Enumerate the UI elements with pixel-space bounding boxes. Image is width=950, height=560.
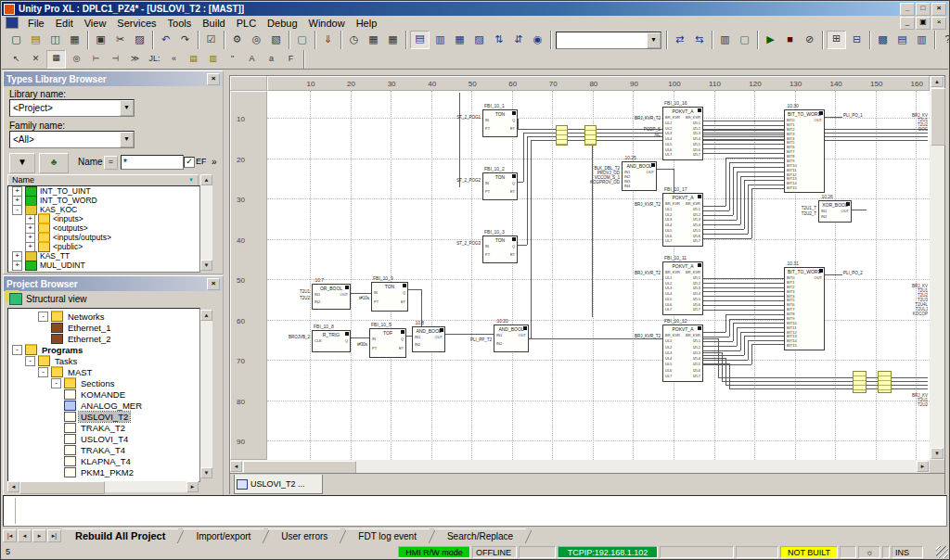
stop-icon[interactable]: ■ [781, 32, 799, 48]
simulation-mode-icon[interactable]: ⊞ [827, 31, 846, 49]
child-restore-icon[interactable]: ▣ [916, 17, 931, 30]
search-icon[interactable]: ◎ [248, 32, 265, 48]
scroll-up-icon[interactable]: ▲ [200, 174, 212, 185]
tree-item-kastt[interactable]: +KAS_TT [8, 251, 199, 261]
more-button[interactable]: » [212, 157, 217, 167]
tree-item-uslovit4[interactable]: USLOVI_T4 [8, 433, 199, 444]
tab-nav-icon[interactable]: ▸| [47, 529, 61, 542]
scroll-left-icon[interactable]: ◄ [230, 461, 242, 472]
types-library-header[interactable]: Types Library Browser × [4, 71, 223, 86]
tree-item-kaskoc[interactable]: -KAS_KOC [8, 205, 199, 214]
scroll-down-icon[interactable]: ▼ [200, 260, 212, 271]
title-bar[interactable]: Unity Pro XL : DPLC1_PZ4* - [USLOVI_T2 :… [2, 2, 948, 16]
tree-item-inputsoutputs[interactable]: +<inputs/outputs> [8, 233, 199, 242]
project-zoom-icon[interactable]: ▧ [267, 32, 285, 48]
menu-plc[interactable]: PLC [231, 17, 262, 30]
project-scrollbar-vertical[interactable] [200, 321, 212, 467]
tree-item-komande[interactable]: KOMANDE [8, 388, 199, 400]
init-icon[interactable]: ⊘ [801, 32, 818, 48]
address-combo[interactable]: ▼ [556, 32, 661, 49]
fbd-block-and_bool[interactable]: AND_BOOLIN1IN2OUT [494, 325, 529, 352]
tree-item-klapnat4[interactable]: KLAPNA_T4 [8, 455, 199, 466]
save-icon[interactable]: ◫ [46, 32, 64, 48]
comment-tool-icon[interactable]: " [224, 51, 241, 68]
paste-icon[interactable]: ▨ [131, 32, 148, 48]
download-project-icon[interactable]: ⇓ [319, 32, 337, 48]
collapse-icon[interactable]: - [38, 312, 48, 322]
resize-grip[interactable] [936, 546, 948, 558]
download-info-icon[interactable]: ⇵ [509, 32, 527, 48]
tree-item-programs[interactable]: -Programs [8, 344, 199, 355]
menu-tools[interactable]: Tools [162, 17, 198, 30]
new-icon[interactable]: ▢ [7, 32, 25, 48]
close-icon[interactable]: × [931, 3, 946, 16]
child-close-icon[interactable]: × [931, 17, 946, 30]
menu-debug[interactable]: Debug [262, 17, 302, 30]
inspect-tool-icon[interactable]: ◎ [68, 51, 85, 68]
tree-item-inputs[interactable]: +<inputs> [8, 214, 199, 223]
scroll-down-icon[interactable]: ▼ [200, 467, 212, 478]
tab-uslovi-t2[interactable]: USLOVI_T2 ... [234, 475, 323, 494]
tree-item-inttouint[interactable]: +INT_TO_UINT [8, 186, 199, 196]
tree-item-muludint[interactable]: +MUL_UDINT [8, 261, 199, 270]
variable-tool-icon[interactable]: ▤ [185, 51, 202, 68]
fbd-block-r_trig[interactable]: R_TRIGCLKQ [312, 330, 351, 352]
menu-help[interactable]: Help [351, 17, 383, 30]
link-tool-icon[interactable]: ⊣ [107, 51, 124, 68]
scrollbar-thumb[interactable] [19, 481, 105, 494]
cascade-windows-icon[interactable]: ▩ [874, 32, 892, 48]
scrollbar-thumb[interactable] [931, 88, 945, 146]
scroll-right-icon[interactable]: ► [186, 481, 199, 492]
output-tab-rebuild-all-project[interactable]: Rebuild All Project [62, 528, 178, 544]
collapse-icon[interactable]: - [25, 356, 35, 366]
chevron-down-icon[interactable]: ▼ [120, 132, 134, 147]
project-browser-header[interactable]: Project Browser × [4, 276, 223, 291]
font-increase-icon[interactable]: A [243, 51, 261, 68]
tree-item-pkm1pkm2[interactable]: PKM1_PKM2 [8, 466, 199, 477]
link-connector[interactable] [584, 125, 597, 146]
data-editor-icon[interactable]: ▨ [470, 32, 488, 48]
tree-item-trakat4[interactable]: TRAKA_T4 [8, 444, 199, 455]
project-scrollbar-horizontal[interactable] [19, 481, 186, 492]
find-replace-icon[interactable]: ◉ [529, 32, 546, 48]
fbd-block-pokvt_a[interactable]: POKVT_ABR_KVRUL1UL2UL3UL4UL5UL6UL7BR_KVR… [662, 325, 703, 382]
memory-card-icon[interactable]: ▥ [716, 32, 734, 48]
fbd-block-and_bool[interactable]: AND_BOOLIN1IN2IN3IN4OUT [622, 161, 657, 191]
plc-screen-icon[interactable]: ▢ [736, 32, 753, 48]
transfer-to-plc-icon[interactable]: ⇄ [671, 32, 688, 48]
scroll-up-icon[interactable]: ▲ [200, 310, 212, 321]
print-icon[interactable]: ▦ [66, 32, 83, 48]
dfb-types-icon[interactable]: ♣ [39, 153, 69, 173]
calendar-2-icon[interactable]: ▦ [384, 32, 402, 48]
menu-window[interactable]: Window [303, 17, 351, 30]
ef-checkbox[interactable]: ✓ [184, 157, 195, 168]
instance-tool-icon[interactable]: ▥ [204, 51, 222, 68]
fbd-block-ton[interactable]: TONINPTQET [371, 282, 408, 312]
tab-nav-icon[interactable]: ▸ [32, 529, 46, 542]
tree-item-inttoword[interactable]: +INT_TO_WORD [8, 196, 199, 205]
tree-item-trakat2[interactable]: TRAKA_T2 [8, 422, 199, 433]
collapse-icon[interactable]: - [38, 367, 48, 377]
select-tool-icon[interactable]: ↖ [7, 51, 25, 68]
output-list[interactable] [3, 495, 947, 527]
fbd-block-xor_bool[interactable]: XOR_BOOLIN1IN2OUT [818, 200, 852, 223]
tree-item-ethernet2[interactable]: Ethernet_2 [8, 333, 199, 344]
delete-tool-icon[interactable]: ✕ [27, 51, 45, 68]
tree-item-mast[interactable]: -MAST [8, 366, 199, 377]
open-icon[interactable]: ▤ [27, 32, 45, 48]
tree-item-tasks[interactable]: -Tasks [8, 355, 199, 366]
return-tool-icon[interactable]: « [165, 51, 183, 68]
grid-toggle-icon[interactable]: ▦ [46, 50, 66, 69]
font-tool-icon[interactable]: F [282, 51, 300, 68]
fbd-canvas[interactable]: FBI_10_1TONINPTQETST_2_POG1FBI_10_2TONIN… [267, 91, 930, 460]
scrollbar-thumb[interactable] [243, 461, 356, 474]
collapse-icon[interactable]: - [12, 205, 22, 215]
fbd-block-pokvt_a[interactable]: POKVT_ABR_KVRUL1UL2UL3UL4UL5UL6UL7BR_KVR… [662, 107, 703, 160]
tab-nav-icon[interactable]: ◂ [18, 529, 32, 542]
branch-tool-icon[interactable]: ⊢ [87, 51, 105, 68]
expand-icon[interactable]: + [12, 261, 22, 271]
redo-icon[interactable]: ↷ [176, 32, 194, 48]
tree-item-networks[interactable]: -Networks [8, 311, 199, 322]
tab-nav-icon[interactable]: |◂ [3, 529, 17, 542]
upload-info-icon[interactable]: ⇅ [490, 32, 507, 48]
